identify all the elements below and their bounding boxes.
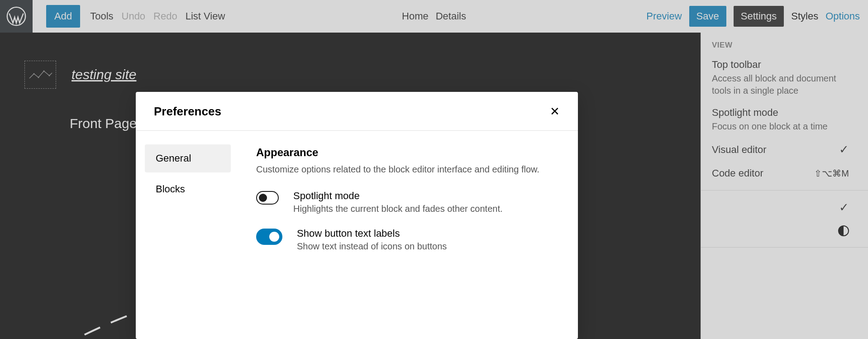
option-code-editor[interactable]: Code editor ⇧⌥⌘M [712, 167, 868, 179]
tools-button[interactable]: Tools [90, 10, 113, 22]
options-section-label: View [712, 41, 868, 50]
option-visual-editor[interactable]: Visual editor ✓ [712, 143, 868, 157]
close-icon: ✕ [550, 105, 560, 118]
option-top-toolbar[interactable]: Top toolbar Access all block and documen… [712, 59, 868, 97]
tab-blocks[interactable]: Blocks [145, 175, 231, 203]
wordpress-icon [6, 6, 26, 26]
settings-button[interactable]: Settings [734, 6, 784, 27]
toggle-button-labels[interactable] [256, 229, 282, 245]
panel-heading: Appearance [256, 146, 555, 159]
top-toolbar: Add Tools Undo Redo List View Home Detai… [0, 0, 868, 33]
option-title: Spotlight mode [712, 107, 841, 119]
panel-subtitle: Customize options related to the block e… [256, 164, 555, 175]
pref-desc: Highlights the current block and fades o… [293, 204, 503, 214]
image-icon [29, 67, 53, 83]
redo-button: Redo [153, 10, 177, 22]
preferences-modal: Preferences ✕ General Blocks Appearance … [136, 92, 578, 339]
option-spotlight-mode[interactable]: Spotlight mode Focus on one block at a t… [712, 107, 868, 133]
option-desc: Focus on one block at a time [712, 120, 841, 133]
contrast-icon [838, 225, 849, 236]
pref-label: Show button text labels [297, 228, 447, 239]
modal-tabs: General Blocks [136, 131, 231, 339]
modal-title: Preferences [154, 105, 221, 119]
options-button[interactable]: Options [825, 10, 860, 22]
tab-general[interactable]: General [145, 144, 231, 172]
option-row[interactable]: ✓ [712, 201, 868, 215]
keyboard-shortcut: ⇧⌥⌘M [814, 168, 849, 179]
option-title: Visual editor [712, 144, 767, 156]
pref-spotlight-mode: Spotlight mode Highlights the current bl… [256, 190, 555, 214]
option-title: Top toolbar [712, 59, 841, 71]
doc-home[interactable]: Home [402, 10, 429, 22]
svg-point-2 [38, 77, 39, 78]
option-row[interactable] [712, 225, 868, 236]
doc-details[interactable]: Details [436, 10, 466, 22]
options-dropdown: View Top toolbar Access all block and do… [701, 33, 868, 339]
option-desc: Access all block and document tools in a… [712, 72, 841, 97]
close-button[interactable]: ✕ [550, 105, 560, 119]
site-logo-placeholder[interactable] [24, 61, 56, 89]
styles-button[interactable]: Styles [791, 10, 818, 22]
toggle-spotlight[interactable] [256, 191, 279, 205]
pref-label: Spotlight mode [293, 190, 503, 202]
check-icon: ✓ [839, 143, 849, 157]
pref-desc: Show text instead of icons on buttons [297, 241, 447, 252]
pref-button-text-labels: Show button text labels Show text instea… [256, 228, 555, 252]
svg-point-4 [49, 75, 50, 76]
check-icon: ✓ [839, 201, 849, 215]
site-title[interactable]: testing site [72, 67, 136, 82]
svg-point-3 [43, 71, 45, 72]
svg-point-1 [33, 73, 35, 75]
save-button[interactable]: Save [689, 6, 726, 27]
preview-button[interactable]: Preview [646, 10, 682, 22]
add-button[interactable]: Add [46, 5, 80, 28]
listview-button[interactable]: List View [186, 10, 225, 22]
option-title: Code editor [712, 167, 763, 179]
undo-button: Undo [122, 10, 146, 22]
wordpress-logo[interactable] [0, 0, 33, 33]
